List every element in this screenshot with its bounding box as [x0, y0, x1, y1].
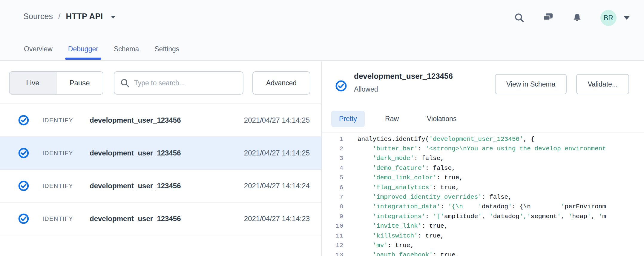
code-text: 'oauth_facebook': true,: [358, 252, 459, 256]
payload-tab-pretty[interactable]: Pretty: [331, 111, 365, 127]
code-segment: datadog: [482, 203, 508, 210]
debugger-event-list-panel: Live Pause Advanced IDENTIFY development…: [0, 61, 322, 256]
code-segment: 'flag_analytics': [372, 184, 433, 191]
chat-icon[interactable]: [543, 13, 554, 23]
tab-settings[interactable]: Settings: [154, 45, 180, 53]
pause-button[interactable]: Pause: [56, 72, 103, 94]
code-segment: ,: [482, 213, 489, 220]
source-switcher-caret-icon[interactable]: [111, 16, 116, 18]
code-segment: ': [561, 203, 565, 210]
code-segment: 'demo_feature': [372, 165, 425, 172]
event-type-label: IDENTIFY: [42, 215, 82, 222]
search-input[interactable]: [134, 79, 237, 87]
code-segment: ,: [591, 213, 598, 220]
code-segment: amplitude: [444, 213, 478, 220]
live-button[interactable]: Live: [10, 72, 56, 94]
code-segment: : false,: [425, 165, 456, 172]
event-row[interactable]: IDENTIFY development_user_123456 2021/04…: [0, 203, 321, 235]
code-segment: : true,: [433, 252, 459, 256]
code-segment: : true,: [421, 223, 448, 229]
code-line: 10 'invite_link': true,: [322, 221, 644, 231]
code-segment: : false,: [482, 194, 512, 201]
event-row[interactable]: IDENTIFY development_user_123456 2021/04…: [0, 137, 321, 170]
code-line: 2 'butter_bar': '<strong>\nYou are using…: [322, 144, 644, 153]
code-segment: [358, 145, 372, 152]
code-segment: datadog: [493, 213, 519, 220]
code-text: 'integration_data': '{\n 'datadog': {\n …: [358, 203, 606, 210]
event-detail-panel: development_user_123456 Allowed View in …: [322, 61, 644, 256]
code-segment: '[': [433, 213, 444, 220]
code-segment: 'mv': [372, 242, 387, 249]
code-segment: ': [599, 213, 602, 220]
payload-tab-raw[interactable]: Raw: [377, 111, 407, 127]
event-type-label: IDENTIFY: [42, 117, 82, 124]
code-text: 'demo_link_color': true,: [358, 174, 463, 181]
event-name: development_user_123456: [90, 149, 244, 157]
code-segment: [358, 174, 372, 181]
code-segment: :: [425, 213, 433, 220]
validate-button[interactable]: Validate...: [576, 74, 629, 94]
event-check-icon: [18, 115, 29, 126]
event-list: IDENTIFY development_user_123456 2021/04…: [0, 104, 321, 235]
line-number: 4: [322, 165, 343, 172]
advanced-button[interactable]: Advanced: [252, 71, 310, 95]
code-line: 9 'integrations': '['amplitude', 'datado…: [322, 212, 644, 221]
line-number: 3: [322, 155, 343, 162]
code-line: 5 'demo_link_color': true,: [322, 173, 644, 183]
code-segment: 'killswitch': [372, 232, 418, 239]
breadcrumb-sources[interactable]: Sources: [23, 12, 53, 21]
debugger-controls: Live Pause Advanced: [0, 61, 321, 104]
event-row[interactable]: IDENTIFY development_user_123456 2021/04…: [0, 104, 321, 137]
code-line: 6 'flag_analytics': true,: [322, 183, 644, 192]
event-type-label: IDENTIFY: [42, 183, 82, 189]
event-timestamp: 2021/04/27 14:14:24: [244, 182, 310, 190]
code-segment: : true,: [437, 174, 463, 181]
code-segment: 'demo_link_color': [372, 174, 436, 181]
tab-schema[interactable]: Schema: [113, 45, 139, 53]
line-number: 10: [322, 223, 343, 229]
code-line: 7 'improved_identity_overrides': false,: [322, 192, 644, 202]
event-row[interactable]: IDENTIFY development_user_123456 2021/04…: [0, 170, 321, 203]
detail-actions: View in Schema Validate...: [495, 74, 629, 94]
breadcrumb-source-name: HTTP API: [66, 12, 103, 21]
code-segment: ,: [561, 213, 568, 220]
event-name: development_user_123456: [90, 182, 244, 190]
event-name: development_user_123456: [90, 116, 244, 124]
code-segment: : false,: [414, 155, 444, 162]
line-number: 13: [322, 252, 343, 256]
code-line: 8 'integration_data': '{\n 'datadog': {\…: [322, 202, 644, 212]
breadcrumb-separator: /: [58, 12, 61, 21]
tab-overview[interactable]: Overview: [23, 45, 53, 53]
code-segment: [358, 252, 372, 256]
code-segment: [358, 242, 372, 249]
event-name: development_user_123456: [90, 215, 244, 223]
code-text: 'butter_bar': '<strong>\nYou are using t…: [358, 145, 606, 152]
code-segment: '{\n ': [448, 203, 482, 210]
event-title: development_user_123456: [354, 72, 453, 81]
event-search-box[interactable]: [114, 71, 243, 95]
breadcrumb: Sources / HTTP API: [23, 12, 116, 21]
caret-down-icon[interactable]: [624, 16, 630, 20]
avatar[interactable]: BR: [600, 10, 617, 26]
code-segment: 'butter_bar': [372, 145, 418, 152]
code-segment: [358, 165, 372, 172]
code-segment: ': [568, 213, 572, 220]
code-segment: m: [602, 213, 606, 220]
tab-debugger[interactable]: Debugger: [68, 45, 99, 53]
code-line: 3 'dark_mode': false,: [322, 154, 644, 163]
line-number: 11: [322, 232, 343, 239]
code-segment: 'dark_mode': [372, 155, 414, 162]
search-icon[interactable]: [514, 13, 525, 23]
notifications-icon[interactable]: [572, 13, 582, 23]
code-segment: ': [489, 213, 493, 220]
payload-tab-violations[interactable]: Violations: [419, 111, 464, 127]
code-segment: 'development_user_123456': [429, 136, 523, 143]
line-number: 8: [322, 203, 343, 210]
code-segment: :: [418, 145, 425, 152]
event-check-icon: [18, 180, 29, 192]
code-segment: 'oauth_facebook': [372, 252, 433, 256]
payload-code-view[interactable]: 1 analytics.identify('development_user_1…: [322, 132, 644, 256]
view-in-schema-button[interactable]: View in Schema: [495, 74, 567, 94]
line-number: 9: [322, 213, 343, 220]
event-timestamp: 2021/04/27 14:14:25: [244, 116, 310, 124]
